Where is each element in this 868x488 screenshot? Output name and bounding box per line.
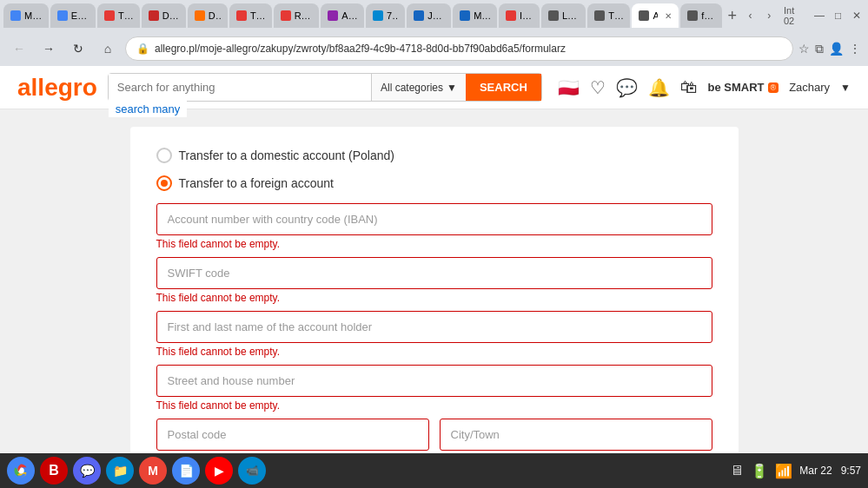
tab-favicon (687, 10, 698, 21)
reload-button[interactable]: ↻ (66, 36, 90, 61)
battery-icon[interactable]: 🔋 (751, 463, 768, 479)
tab-label: My T... (474, 10, 490, 21)
extensions-icon[interactable]: ⧉ (815, 42, 824, 56)
tab-rece[interactable]: Rece... (274, 3, 320, 28)
wifi-icon[interactable]: 📶 (775, 463, 792, 479)
address-bar-icons: ☆ ⧉ 👤 ⋮ (798, 42, 861, 56)
search-many-label: search many (109, 101, 187, 117)
tab-label: The S (250, 10, 265, 21)
radio-foreign[interactable]: Transfer to a foreign account (156, 175, 712, 191)
forward-button[interactable]: → (36, 36, 61, 61)
discord-icon[interactable]: 💬 (73, 457, 101, 485)
tab-label: Job i... (427, 10, 444, 21)
tab-scroll-left[interactable]: ‹ (743, 7, 759, 24)
tab-close-icon[interactable]: ✕ (665, 11, 672, 21)
be-smart-widget: be SMART ® (708, 81, 779, 94)
tab-the-s-2[interactable]: The S (229, 3, 272, 28)
tab-7203[interactable]: 7203 (366, 3, 405, 28)
chrome-icon[interactable] (7, 457, 35, 485)
street-input[interactable] (156, 365, 712, 397)
tab-label: My A... (24, 10, 42, 21)
tab-lumi[interactable]: Lumi... (541, 3, 586, 28)
tab-label: Dash (209, 10, 221, 21)
tab-ftn[interactable]: ftn r... (680, 3, 721, 28)
tab-anci[interactable]: Anci... (321, 3, 364, 28)
chat-icon[interactable]: 💬 (616, 77, 638, 98)
radio-domestic[interactable]: Transfer to a domestic account (Poland) (156, 148, 712, 163)
tab-favicon (548, 10, 559, 21)
heart-icon[interactable]: ♡ (590, 77, 606, 98)
tab-favicon (57, 10, 68, 21)
files-icon[interactable]: 📁 (106, 457, 134, 485)
tab-dd[interactable]: D&D... (142, 3, 186, 28)
bookmarks-icon[interactable]: B (40, 457, 68, 485)
logo-text: allegro (17, 74, 97, 101)
gmail-icon[interactable]: M (139, 457, 167, 485)
tab-label: Inbox (520, 10, 533, 21)
tab-job[interactable]: Job i... (407, 3, 451, 28)
tab-dash[interactable]: Dash (188, 3, 228, 28)
screen-icon[interactable]: 🖥 (730, 463, 744, 478)
cart-icon[interactable]: 🛍 (680, 77, 698, 97)
bell-icon[interactable]: 🔔 (648, 77, 670, 98)
street-field: This field cannot be empty. (156, 365, 712, 412)
iban-input[interactable] (156, 203, 712, 235)
date-text: Mar 22 (799, 465, 832, 477)
docs-label: 📄 (179, 464, 194, 478)
category-dropdown[interactable]: All categories ▼ (371, 74, 466, 101)
name-field: This field cannot be empty. (156, 311, 712, 358)
tab-favicon (236, 10, 247, 21)
menu-icon[interactable]: ⋮ (849, 42, 861, 56)
tab-favicon (104, 10, 115, 21)
tab-favicon (328, 10, 338, 21)
back-button[interactable]: ← (7, 36, 31, 61)
tab-scroll-right[interactable]: › (761, 7, 777, 24)
meet-icon[interactable]: 📹 (238, 457, 266, 485)
tab-the-u[interactable]: The U (587, 3, 630, 28)
postal-input[interactable] (156, 419, 429, 451)
profile-icon[interactable]: 👤 (829, 42, 844, 56)
tab-favicon (149, 10, 159, 21)
tab-bar: My A... Empl... The S D&D... Dash The S … (0, 0, 868, 31)
lock-icon: 🔒 (136, 43, 149, 55)
tab-controls: ‹ › Int 02 — □ ✕ (743, 5, 865, 26)
address-bar[interactable]: 🔒 allegro.pl/moje-allegro/zakupy/zwroty/… (125, 36, 793, 61)
tab-empl[interactable]: Empl... (50, 3, 96, 28)
city-input[interactable] (440, 419, 712, 451)
minimize-button[interactable]: — (812, 7, 827, 24)
swift-input[interactable] (156, 257, 712, 289)
tab-al-x[interactable]: Al X ✕ (632, 3, 679, 28)
int-label: Int 02 (780, 5, 808, 26)
tab-inbox[interactable]: Inbox (499, 3, 540, 28)
files-label: 📁 (113, 464, 128, 478)
docs-icon[interactable]: 📄 (172, 457, 200, 485)
name-input[interactable] (156, 311, 712, 343)
taskbar-right: 🖥 🔋 📶 Mar 22 9:57 (730, 463, 861, 479)
user-chevron-icon[interactable]: ▼ (840, 82, 851, 94)
tab-my-t[interactable]: My T... (453, 3, 497, 28)
browser-chrome: My A... Empl... The S D&D... Dash The S … (0, 0, 868, 66)
header-icons: 🇵🇱 ♡ 💬 🔔 🛍 be SMART ® Zachary ▼ (558, 77, 851, 98)
radio-foreign-circle (156, 175, 172, 191)
tab-favicon (414, 10, 424, 21)
tab-the-s-1[interactable]: The S (97, 3, 140, 28)
iban-error: This field cannot be empty. (156, 238, 712, 250)
close-button[interactable]: ✕ (849, 7, 865, 24)
youtube-icon[interactable]: ▶ (205, 457, 233, 485)
maximize-button[interactable]: □ (831, 7, 846, 24)
form-container: Transfer to a domestic account (Poland) … (130, 127, 739, 488)
user-name[interactable]: Zachary (789, 81, 830, 94)
tab-my-a[interactable]: My A... (3, 3, 49, 28)
tab-label: The S (118, 10, 133, 21)
search-button[interactable]: SEARCH (466, 74, 541, 101)
search-input[interactable] (109, 74, 371, 101)
tab-favicon (639, 10, 649, 21)
tab-favicon (460, 10, 470, 21)
time-text: 9:57 (841, 465, 861, 477)
home-button[interactable]: ⌂ (96, 36, 120, 61)
tab-favicon (373, 10, 383, 21)
page-content: allegro search many All categories ▼ SEA… (0, 66, 868, 488)
flag-icon[interactable]: 🇵🇱 (558, 77, 580, 98)
star-icon[interactable]: ☆ (798, 42, 810, 56)
new-tab-button[interactable]: + (724, 3, 741, 28)
